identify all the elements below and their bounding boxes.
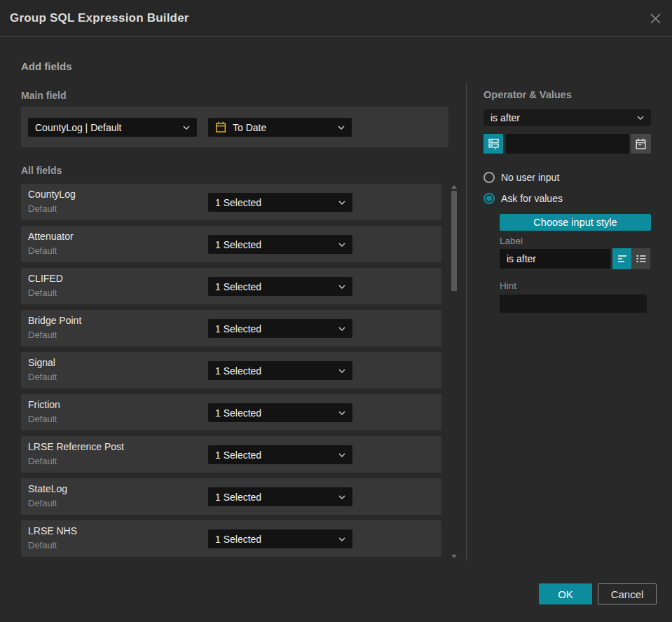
main-field-date-select[interactable]: To Date xyxy=(208,118,352,137)
radio-label: No user input xyxy=(501,172,559,183)
field-selection-dropdown[interactable]: 1 Selected xyxy=(208,403,352,422)
field-name: Attenuator xyxy=(28,231,74,242)
field-subtitle: Default xyxy=(28,372,57,382)
close-button[interactable] xyxy=(647,11,663,26)
radio-ask-for-values[interactable]: Ask for values xyxy=(484,193,563,204)
chevron-down-icon xyxy=(338,285,345,289)
choose-input-style-button[interactable]: Choose input style xyxy=(500,214,651,231)
ok-button[interactable]: OK xyxy=(539,583,592,604)
list-style-button[interactable] xyxy=(631,248,650,269)
main-field-date-value: To Date xyxy=(233,122,332,133)
selection-count: 1 Selected xyxy=(215,365,333,377)
stack-select-icon xyxy=(488,137,500,150)
field-selection-dropdown[interactable]: 1 Selected xyxy=(208,487,352,506)
chevron-down-icon xyxy=(183,126,190,130)
close-icon xyxy=(650,13,661,25)
field-selection-dropdown[interactable]: 1 Selected xyxy=(208,319,352,338)
value-input[interactable] xyxy=(506,134,629,154)
scroll-down-icon[interactable] xyxy=(451,555,457,558)
selection-count: 1 Selected xyxy=(215,492,333,503)
calendar-icon xyxy=(635,138,647,150)
field-name: CountyLog xyxy=(28,189,76,200)
field-row-signal: Signal Default 1 Selected xyxy=(21,352,441,388)
main-field-label: Main field xyxy=(21,90,67,101)
selection-count: 1 Selected xyxy=(215,197,333,208)
field-selection-dropdown[interactable]: 1 Selected xyxy=(208,193,352,212)
date-picker-button[interactable] xyxy=(631,134,651,154)
field-name: StateLog xyxy=(28,483,67,494)
radio-icon xyxy=(484,193,495,204)
cancel-button[interactable]: Cancel xyxy=(598,583,657,604)
field-name: LRSE NHS xyxy=(28,525,77,536)
selection-count: 1 Selected xyxy=(215,534,333,545)
list-icon xyxy=(636,255,646,263)
chevron-down-icon xyxy=(338,369,345,373)
scroll-up-icon[interactable] xyxy=(451,185,457,189)
operator-select[interactable]: is after xyxy=(484,109,651,126)
field-row-lrse-reference-post: LRSE Reference Post Default 1 Selected xyxy=(21,436,441,473)
add-fields-heading: Add fields xyxy=(21,60,72,72)
field-row-friction: Friction Default 1 Selected xyxy=(21,394,441,431)
field-subtitle: Default xyxy=(28,456,57,466)
chevron-down-icon xyxy=(338,126,345,130)
field-subtitle: Default xyxy=(28,330,57,340)
dialog-title: Group SQL Expression Builder xyxy=(10,11,189,25)
field-selection-dropdown[interactable]: 1 Selected xyxy=(208,361,352,380)
field-row-statelog: StateLog Default 1 Selected xyxy=(21,478,441,515)
field-subtitle: Default xyxy=(28,203,57,214)
chevron-down-icon xyxy=(338,243,345,247)
field-name: LRSE Reference Post xyxy=(28,441,124,452)
selection-count: 1 Selected xyxy=(215,281,333,292)
field-subtitle: Default xyxy=(28,540,57,550)
field-subtitle: Default xyxy=(28,498,57,508)
radio-label: Ask for values xyxy=(501,193,563,204)
group-sql-expression-builder-dialog: Group SQL Expression Builder Add fields … xyxy=(0,0,672,622)
field-selection-dropdown[interactable]: 1 Selected xyxy=(208,277,352,296)
field-row-attenuator: Attenuator Default 1 Selected xyxy=(21,226,441,262)
radio-icon xyxy=(484,172,495,183)
field-subtitle: Default xyxy=(28,288,57,298)
value-source-toggle-button[interactable] xyxy=(484,134,503,154)
field-name: CLIFED xyxy=(28,273,63,284)
label-input[interactable] xyxy=(500,249,610,269)
chevron-down-icon xyxy=(338,327,345,331)
scrollbar-thumb[interactable] xyxy=(451,191,457,291)
chevron-down-icon xyxy=(637,116,644,120)
field-row-clifed: CLIFED Default 1 Selected xyxy=(21,268,441,304)
field-name: Friction xyxy=(28,399,60,410)
dialog-titlebar: Group SQL Expression Builder xyxy=(0,0,672,36)
panel-divider xyxy=(466,83,467,561)
chevron-down-icon xyxy=(338,201,345,205)
main-field-panel: CountyLog | Default To Date xyxy=(21,107,448,147)
calendar-icon xyxy=(215,121,226,133)
hint-input[interactable] xyxy=(500,295,647,313)
field-selection-dropdown[interactable]: 1 Selected xyxy=(208,235,352,254)
field-name: Bridge Point xyxy=(28,315,81,326)
all-fields-label: All fields xyxy=(21,165,62,176)
field-subtitle: Default xyxy=(28,245,57,256)
operator-values-heading: Operator & Values xyxy=(484,89,572,100)
align-left-icon xyxy=(617,255,627,263)
radio-no-user-input[interactable]: No user input xyxy=(484,172,559,183)
main-field-select[interactable]: CountyLog | Default xyxy=(28,118,197,137)
selection-count: 1 Selected xyxy=(215,323,333,334)
single-value-style-button[interactable] xyxy=(612,248,631,269)
field-row-lrse-nhs: LRSE NHS Default 1 Selected xyxy=(21,520,441,557)
selection-count: 1 Selected xyxy=(215,449,333,461)
chevron-down-icon xyxy=(338,453,345,457)
field-selection-dropdown[interactable]: 1 Selected xyxy=(208,529,352,548)
operator-select-value: is after xyxy=(491,112,631,123)
main-field-select-value: CountyLog | Default xyxy=(35,122,177,133)
field-row-bridge-point: Bridge Point Default 1 Selected xyxy=(21,310,441,346)
field-name: Signal xyxy=(28,357,55,368)
field-subtitle: Default xyxy=(28,414,57,424)
chevron-down-icon xyxy=(338,537,345,541)
selection-count: 1 Selected xyxy=(215,239,333,250)
fields-list-scrollbar[interactable] xyxy=(451,184,458,560)
chevron-down-icon xyxy=(338,495,345,499)
selection-count: 1 Selected xyxy=(215,407,333,419)
chevron-down-icon xyxy=(338,411,345,415)
field-selection-dropdown[interactable]: 1 Selected xyxy=(208,445,352,464)
field-row-countylog: CountyLog Default 1 Selected xyxy=(21,184,441,220)
hint-field-label: Hint xyxy=(500,280,516,291)
